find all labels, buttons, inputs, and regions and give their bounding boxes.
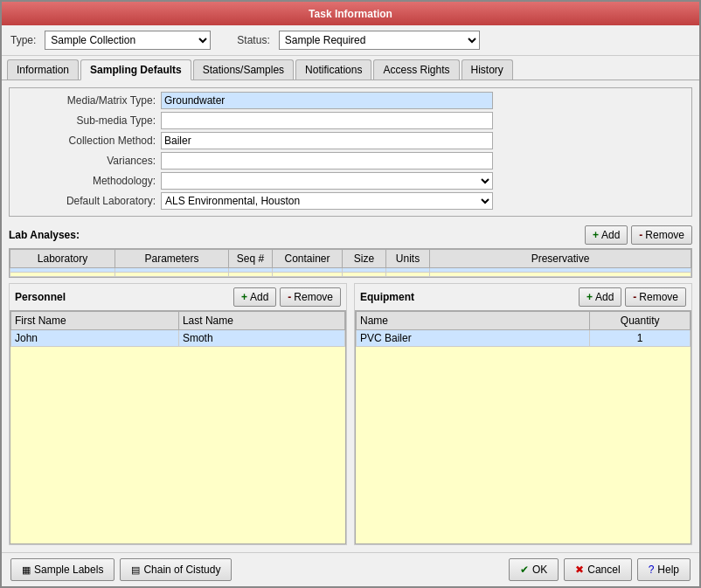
equipment-name: PVC Bailer <box>357 330 590 347</box>
methodology-row: Methodology: <box>17 172 684 190</box>
lab-analyses-header: Lab Analyses: + Add - Remove <box>9 225 692 245</box>
type-select[interactable]: Sample Collection <box>45 31 211 50</box>
main-window: Task Information Type: Sample Collection… <box>0 0 701 588</box>
personnel-row[interactable]: John Smoth <box>11 330 345 347</box>
personnel-add-label: Add <box>250 291 268 303</box>
media-matrix-label: Media/Matrix Type: <box>17 94 161 107</box>
help-icon: ? <box>649 564 655 576</box>
col-units: Units <box>386 250 430 268</box>
minus-icon: - <box>288 291 291 303</box>
tab-stations-samples[interactable]: Stations/Samples <box>193 59 294 80</box>
equipment-table: Name Quantity PVC Bailer 1 <box>356 311 691 347</box>
lab-analyses-title: Lab Analyses: <box>9 229 80 241</box>
collection-method-label: Collection Method: <box>17 135 161 147</box>
default-lab-label: Default Laboratory: <box>17 195 161 207</box>
check-icon: ✔ <box>520 564 529 576</box>
equipment-row[interactable]: PVC Bailer 1 <box>357 330 691 347</box>
personnel-remove-button[interactable]: - Remove <box>280 287 341 307</box>
methodology-label: Methodology: <box>17 175 161 187</box>
col-quantity: Quantity <box>590 312 691 330</box>
grid-icon: ▤ <box>131 564 140 576</box>
tab-history[interactable]: History <box>462 59 513 80</box>
status-label: Status: <box>237 34 269 46</box>
plus-icon: + <box>593 229 599 241</box>
tab-information[interactable]: Information <box>7 59 79 80</box>
col-size: Size <box>343 250 386 268</box>
equipment-remove-label: Remove <box>639 291 678 303</box>
minus-icon: - <box>633 291 636 303</box>
type-label: Type: <box>10 34 36 46</box>
sub-media-label: Sub-media Type: <box>17 114 161 127</box>
bottom-section: Personnel + Add - Remove <box>9 283 692 545</box>
col-first-name: First Name <box>11 312 179 330</box>
lab-analyses-add-label: Add <box>601 229 620 241</box>
help-label: Help <box>657 564 679 576</box>
sample-labels-label: Sample Labels <box>34 564 103 576</box>
cancel-label: Cancel <box>587 564 620 576</box>
equipment-add-button[interactable]: + Add <box>579 287 621 307</box>
col-last-name: Last Name <box>178 312 344 330</box>
lab-analyses-table-container: Laboratory Parameters Seq # Container Si… <box>9 248 692 278</box>
status-select[interactable]: Sample Required <box>279 31 480 50</box>
chain-of-custody-button[interactable]: ▤ Chain of Cistudy <box>120 558 232 581</box>
col-name: Name <box>357 312 590 330</box>
sub-media-input[interactable] <box>161 112 493 129</box>
collection-method-row: Collection Method: <box>17 132 684 149</box>
footer-right-buttons: ✔ OK ✖ Cancel ? Help <box>509 558 691 581</box>
equipment-table-container: Name Quantity PVC Bailer 1 <box>355 310 691 544</box>
equipment-title: Equipment <box>360 291 414 303</box>
lab-analyses-add-button[interactable]: + Add <box>585 225 628 245</box>
tab-sampling-defaults[interactable]: Sampling Defaults <box>80 59 191 80</box>
col-laboratory: Laboratory <box>10 250 115 268</box>
form-section: Media/Matrix Type: Sub-media Type: Colle… <box>9 87 692 217</box>
ok-button[interactable]: ✔ OK <box>509 558 559 581</box>
col-parameters: Parameters <box>115 250 229 268</box>
col-seq: Seq # <box>229 250 273 268</box>
equipment-remove-button[interactable]: - Remove <box>625 287 686 307</box>
variances-input[interactable] <box>161 152 493 169</box>
personnel-buttons: + Add - Remove <box>233 287 341 307</box>
personnel-first-name: John <box>11 330 179 347</box>
personnel-header: Personnel + Add - Remove <box>10 284 346 310</box>
equipment-add-label: Add <box>595 291 614 303</box>
equipment-panel: Equipment + Add - Remove <box>354 283 692 545</box>
default-lab-select[interactable]: ALS Environmental, Houston <box>161 192 493 210</box>
col-container: Container <box>273 250 343 268</box>
lab-analyses-buttons: + Add - Remove <box>585 225 692 245</box>
media-matrix-input[interactable] <box>161 92 493 109</box>
cancel-button[interactable]: ✖ Cancel <box>564 558 631 581</box>
chain-of-custody-label: Chain of Cistudy <box>143 564 220 576</box>
footer-left-buttons: ▦ Sample Labels ▤ Chain of Cistudy <box>10 558 232 581</box>
equipment-quantity: 1 <box>590 330 691 347</box>
help-button[interactable]: ? Help <box>637 558 691 581</box>
minus-icon: - <box>639 229 642 241</box>
personnel-last-name: Smoth <box>178 330 344 347</box>
tab-notifications[interactable]: Notifications <box>295 59 371 80</box>
personnel-panel: Personnel + Add - Remove <box>9 283 347 545</box>
methodology-select[interactable] <box>161 172 493 190</box>
lab-analyses-table: Laboratory Parameters Seq # Container Si… <box>10 249 691 277</box>
variances-label: Variances: <box>17 155 161 167</box>
lab-analyses-remove-label: Remove <box>645 229 684 241</box>
lab-analyses-section: Lab Analyses: + Add - Remove <box>9 225 692 278</box>
equipment-header: Equipment + Add - Remove <box>355 284 691 310</box>
sub-media-row: Sub-media Type: <box>17 112 684 129</box>
plus-icon: + <box>241 291 247 303</box>
default-lab-row: Default Laboratory: ALS Environmental, H… <box>17 192 684 210</box>
personnel-add-button[interactable]: + Add <box>233 287 276 307</box>
plus-icon: + <box>586 291 593 303</box>
sample-labels-button[interactable]: ▦ Sample Labels <box>10 558 115 581</box>
personnel-title: Personnel <box>15 291 66 303</box>
table-icon: ▦ <box>22 564 31 576</box>
lab-analyses-remove-button[interactable]: - Remove <box>631 225 692 245</box>
collection-method-input[interactable] <box>161 132 493 149</box>
tab-access-rights[interactable]: Access Rights <box>373 59 459 80</box>
table-row[interactable] <box>10 273 691 277</box>
tab-bar: Information Sampling Defaults Stations/S… <box>2 56 699 80</box>
window-title: Task Information <box>309 8 392 20</box>
content-area: Media/Matrix Type: Sub-media Type: Colle… <box>2 80 699 552</box>
equipment-buttons: + Add - Remove <box>579 287 686 307</box>
title-bar: Task Information <box>2 2 699 25</box>
personnel-table: First Name Last Name John Smoth <box>10 311 345 347</box>
col-preservative: Preservative <box>430 250 691 268</box>
